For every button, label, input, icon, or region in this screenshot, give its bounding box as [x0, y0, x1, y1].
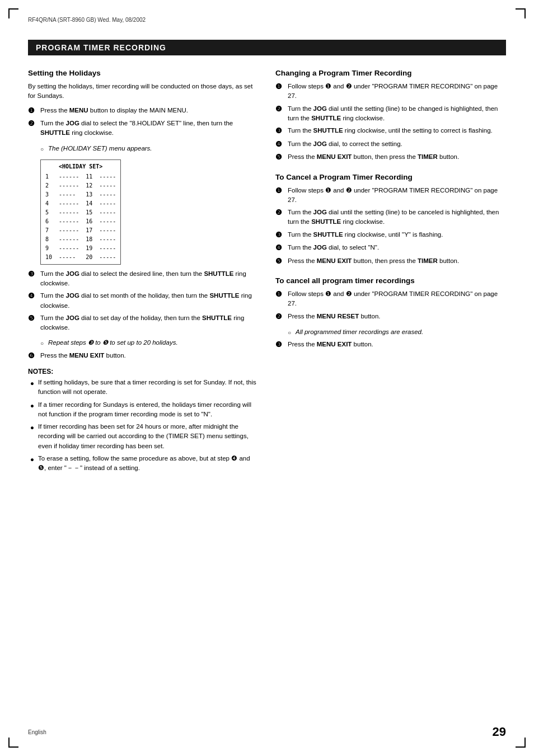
step-num-5: ❺	[28, 313, 40, 324]
ht-cell: ------	[59, 217, 79, 226]
ht-cell: 17	[86, 226, 92, 235]
step-text: Turn the JOG dial until the setting (lin…	[288, 104, 506, 124]
note-item: ● If a timer recording for Sundays is en…	[28, 400, 259, 420]
step-text-1: Press the MENU button to display the MAI…	[40, 106, 259, 115]
ht-cell: -----	[99, 244, 116, 253]
step-item: ❸ Turn the JOG dial to select the desire…	[28, 269, 259, 289]
step-text-6: Press the MENU EXIT button.	[40, 351, 259, 360]
step-num: ❹	[275, 242, 288, 253]
steps-list-2: ❸ Turn the JOG dial to select the desire…	[28, 269, 259, 333]
page-container: RF4QR/NA (SRT-8960 GB) Wed. May, 08/2002…	[0, 0, 534, 756]
ht-cell: 19	[86, 244, 92, 253]
ht-cell: 10	[45, 253, 52, 262]
step-num: ❹	[275, 139, 288, 150]
corner-bl	[8, 738, 18, 748]
step-num-6: ❻	[28, 350, 40, 361]
step-text: Turn the JOG dial until the setting (lin…	[288, 208, 506, 227]
ht-cell: -----	[99, 217, 116, 226]
step-num: ❶	[275, 81, 288, 92]
footer-language: English	[28, 729, 46, 735]
step-text: Turn the JOG dial, to correct the settin…	[288, 139, 506, 149]
ht-cell: 16	[86, 217, 92, 226]
note-text-1: If setting holidays, be sure that a time…	[38, 378, 259, 397]
ht-cell: -----	[99, 172, 116, 181]
step-item: ❸ Turn the SHUTTLE ring clockwise, until…	[275, 126, 506, 137]
holiday-table-title: <HOLIDAY SET>	[45, 162, 116, 171]
ht-cell: -----	[99, 253, 116, 262]
cancel-all-step3-list: ❸ Press the MENU EXIT button.	[275, 340, 506, 350]
notes-title: NOTES:	[28, 368, 259, 375]
steps-list-1: ❶ Press the MENU button to display the M…	[28, 106, 259, 138]
step-text: Turn the JOG dial, to select "N".	[288, 243, 506, 252]
step-num: ❺	[275, 152, 288, 163]
step-num-3: ❸	[28, 269, 40, 280]
ht-cell: 20	[86, 253, 92, 262]
section-setting-holidays-title: Setting the Holidays	[28, 69, 259, 77]
step-num-2: ❷	[28, 118, 40, 129]
step-text-2: Turn the JOG dial to select the "8.HOLID…	[40, 119, 259, 138]
note-item: ● To erase a setting, follow the same pr…	[28, 454, 259, 473]
ht-cell: 13	[86, 190, 92, 199]
step-item: ❷ Turn the JOG dial until the setting (l…	[275, 104, 506, 124]
title-bar: PROGRAM TIMER RECORDING	[28, 40, 506, 55]
step-item: ❸ Press the MENU EXIT button.	[275, 340, 506, 350]
ht-cell: 15	[86, 208, 92, 217]
step-text: Press the MENU EXIT button, then press t…	[288, 256, 506, 266]
cancel-all-sub-text: All programmed timer recordings are eras…	[296, 327, 423, 337]
notes-list: ● If setting holidays, be sure that a ti…	[28, 378, 259, 473]
ht-cell: 14	[86, 199, 92, 208]
ht-cell: -----	[99, 226, 116, 235]
step-text: Follow steps ❶ and ❷ under "PROGRAM TIME…	[288, 186, 506, 205]
step-num: ❶	[275, 289, 288, 300]
step-num: ❺	[275, 256, 288, 267]
note-text-3: If timer recording has been set for 24 h…	[38, 422, 259, 451]
note-bullet: ●	[30, 423, 38, 433]
right-section-3: To cancel all program timer recordings ❶…	[275, 276, 506, 350]
right-section-2: To Cancel a Program Timer Recording ❶ Fo…	[275, 173, 506, 267]
note-bullet: ●	[30, 455, 38, 464]
ht-cell: ------	[59, 244, 79, 253]
ht-cell: ------	[59, 226, 79, 235]
step-item: ❷ Turn the JOG dial until the setting (l…	[275, 208, 506, 227]
step-item: ❹ Turn the JOG dial, to correct the sett…	[275, 139, 506, 150]
step-item: ❷ Press the MENU RESET button.	[275, 312, 506, 322]
cancel-all-sub-note: ○ All programmed timer recordings are er…	[288, 327, 506, 337]
ht-cell: -----	[59, 253, 79, 262]
section-intro: By setting the holidays, timer recording…	[28, 82, 259, 101]
step-item: ❺ Press the MENU EXIT button, then press…	[275, 152, 506, 163]
ht-cell: 6	[45, 217, 52, 226]
ht-cell: -----	[99, 181, 116, 190]
step-text: Turn the SHUTTLE ring clockwise, until t…	[288, 126, 506, 135]
ht-cell: 8	[45, 235, 52, 244]
step-text: Turn the SHUTTLE ring clockwise, until "…	[288, 230, 506, 240]
corner-tr	[516, 8, 526, 18]
ht-cell: 7	[45, 226, 52, 235]
ht-cell: 9	[45, 244, 52, 253]
step-item: ❶ Follow steps ❶ and ❷ under "PROGRAM TI…	[275, 289, 506, 309]
ht-cell: ------	[59, 172, 79, 181]
note-text-4: To erase a setting, follow the same proc…	[38, 454, 259, 473]
ht-cell: 12	[86, 181, 92, 190]
two-col-layout: Setting the Holidays By setting the holi…	[28, 67, 506, 476]
step-num-1: ❶	[28, 105, 40, 116]
step-num: ❸	[275, 229, 288, 241]
ht-cell: -----	[59, 190, 79, 199]
ht-cell: ------	[59, 199, 79, 208]
step-num: ❷	[275, 207, 288, 218]
right-column: Changing a Program Timer Recording ❶ Fol…	[275, 67, 506, 360]
step-text: Press the MENU RESET button.	[288, 312, 506, 321]
ht-cell: ------	[59, 235, 79, 244]
holiday-set-table: <HOLIDAY SET> 1 ------ 11 ----- 2 ------…	[40, 159, 121, 265]
circle-bullet-3: ○	[288, 328, 296, 337]
step-item: ❷ Turn the JOG dial to select the "8.HOL…	[28, 119, 259, 138]
step-text-5: Turn the JOG dial to set day of the holi…	[40, 313, 259, 333]
corner-tl	[8, 8, 18, 18]
ht-cell: -----	[99, 235, 116, 244]
step-text: Press the MENU EXIT button.	[288, 340, 506, 349]
holiday-set-sub: ○ The (HOLIDAY SET) menu appears.	[40, 144, 259, 153]
step-num: ❸	[275, 125, 288, 137]
header-text: RF4QR/NA (SRT-8960 GB) Wed. May, 08/2002	[28, 17, 506, 23]
ht-cell: -----	[99, 190, 116, 199]
section-changing-title: Changing a Program Timer Recording	[275, 69, 506, 77]
note-item: ● If setting holidays, be sure that a ti…	[28, 378, 259, 397]
